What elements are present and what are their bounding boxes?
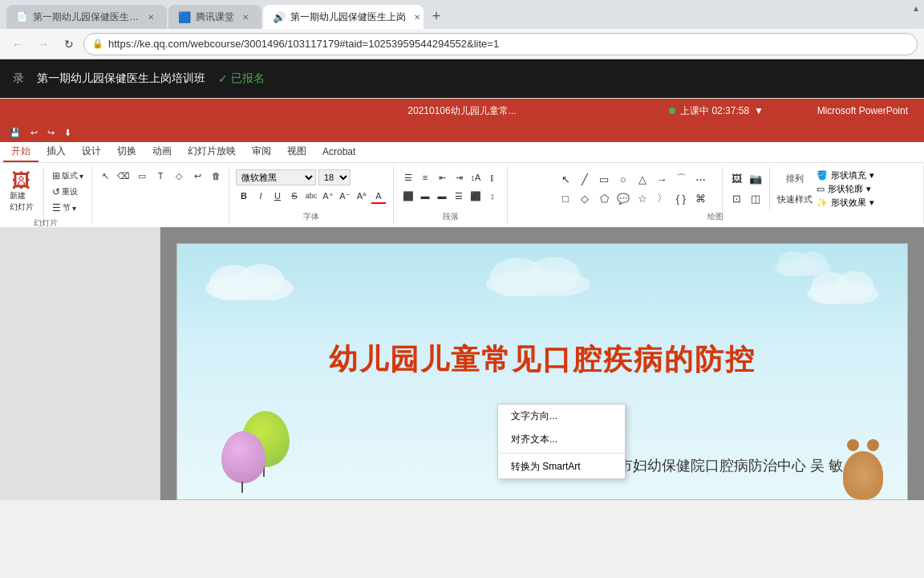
browser-toolbar: ← → ↻ 🔒 https://ke.qq.com/webcourse/3001… [0,29,924,59]
draw-select-btn[interactable]: ↖ [557,170,574,188]
back-button[interactable]: ← [6,33,29,55]
tab-insert[interactable]: 插入 [38,142,74,162]
tab-switch[interactable]: 切换 [109,142,144,162]
increase-indent-btn[interactable]: ⇥ [451,169,467,185]
decrease-indent-btn[interactable]: ⇤ [434,169,450,185]
quick-style-row: 快速样式 [775,190,815,208]
undo-edit-btn[interactable]: ↩ [189,168,205,184]
draw-more-btn[interactable]: ⋯ [691,170,709,188]
font-size-select[interactable]: 18 [318,169,351,185]
align-justify-btn[interactable]: ☰ [451,188,467,204]
insert-image-btn[interactable]: 🖼 [727,170,745,188]
layout-btn[interactable]: ⊞ 版式 ▾ [49,169,87,183]
tab-design[interactable]: 设计 [74,142,109,162]
menu-align-text[interactable]: 对齐文本... [498,428,625,451]
qa-save-btn[interactable]: 💾 [6,126,24,140]
address-bar[interactable]: 🔒 https://ke.qq.com/webcourse/3001496/10… [83,33,918,55]
back-link[interactable]: 录 [13,71,24,86]
font-subscript-btn[interactable]: A⁻ [337,188,353,204]
draw-chevron-btn[interactable]: 〉 [653,189,671,207]
draw-square-btn[interactable]: □ [557,189,574,207]
reload-button[interactable]: ↻ [58,33,80,55]
align-text-label: 对齐文本... [511,433,557,446]
draw-circle-btn[interactable]: ○ [614,170,632,188]
ribbon-content: 🖼 新建幻灯片 ⊞ 版式 ▾ ↺ 重设 ☰ [0,163,924,227]
shadow-btn[interactable]: ◫ [747,190,764,208]
italic-btn[interactable]: I [253,188,269,204]
url-text: https://ke.qq.com/webcourse/3001496/1031… [108,38,499,50]
arrange-btn[interactable]: 排列 [775,169,815,187]
tab-2-close[interactable]: ✕ [239,10,252,23]
draw-rect-btn[interactable]: ▭ [595,170,613,188]
tab-animate[interactable]: 动画 [144,142,180,162]
underline-btn[interactable]: U [270,188,286,204]
shape-outline-row[interactable]: ▭ 形状轮廓 ▾ [817,183,874,195]
reset-btn[interactable]: ↺ 重设 [49,185,87,199]
slide-container[interactable]: 幼儿园儿童常见口腔疾病的防控 深圳市妇幼保健院口腔病防治中心 吴 敏 [160,227,924,500]
font-size-large-btn[interactable]: Aᴬ [354,188,370,204]
columns-btn[interactable]: ⫿ [484,169,500,185]
draw-diamond-btn[interactable]: ◇ [576,189,594,207]
shape-effect-row[interactable]: ✨ 形状效果 ▾ [817,197,874,209]
line-spacing-btn[interactable]: ↕ [484,188,500,204]
tab-slideshow[interactable]: 幻灯片放映 [180,142,244,162]
live-indicator[interactable]: 上课中 02:37:58 ▼ [669,104,764,118]
draw-bracket-btn[interactable]: { } [672,189,690,207]
tab-start[interactable]: 开始 [3,142,38,162]
shape-btn[interactable]: ▭ [134,168,150,184]
draw-callout-btn[interactable]: 💬 [614,189,632,207]
forward-button[interactable]: → [32,33,55,55]
text-btn[interactable]: T [152,168,168,184]
tab-2-label: 腾讯课堂 [196,10,234,24]
tab-view[interactable]: 视图 [279,142,314,162]
tab-review[interactable]: 审阅 [244,142,279,162]
tab-1[interactable]: 📄 第一期幼儿园保健医生上岗培训班... ✕ [6,5,167,29]
draw-arrow-btn[interactable]: → [653,170,671,188]
font-group-label: 字体 [303,210,319,222]
align-left-btn[interactable]: ⬛ [400,188,416,204]
delete-btn[interactable]: 🗑 [208,168,224,184]
draw-pentagon-btn[interactable]: ⬠ [595,189,613,207]
abc-btn[interactable]: abc [303,188,319,204]
ribbon-collapse-btn[interactable]: ▲ [908,0,924,16]
font-name-select[interactable]: 微软雅黑 [236,169,316,185]
quick-style-btn[interactable]: 快速样式 [775,190,815,208]
insert-online-image-btn[interactable]: 📷 [747,170,764,188]
menu-text-direction[interactable]: 文字方向... [498,405,625,428]
draw-line-btn[interactable]: ╱ [576,170,594,188]
tab-3[interactable]: 🔊 第一期幼儿园保健医生上岗 ✕ [263,5,424,29]
tab-3-close[interactable]: ✕ [411,10,424,23]
strikethrough-btn[interactable]: S [286,188,302,204]
group-btn[interactable]: ⊡ [727,190,745,208]
eraser-btn[interactable]: ⌫ [116,168,132,184]
align-v-btn[interactable]: ⬛ [468,188,484,204]
shape-fill-row[interactable]: 🪣 形状填充 ▾ [817,169,874,181]
draw-misc-btn[interactable]: ⌘ [691,189,709,207]
draw-star-btn[interactable]: ☆ [634,189,651,207]
draw-triangle-btn[interactable]: △ [634,170,651,188]
align-center-btn[interactable]: ▬ [417,188,433,204]
tab-acrobat[interactable]: Acrobat [314,142,363,162]
menu-convert-smartart[interactable]: 转换为 SmartArt [498,455,625,478]
new-slide-btn[interactable]: 🖼 新建幻灯片 [5,168,38,216]
new-tab-button[interactable]: + [425,5,448,27]
select-tool-btn[interactable]: ↖ [97,168,113,184]
powerpoint-window: 20210106幼儿园儿童常... 上课中 02:37:58 ▼ Microso… [0,98,924,227]
bold-btn[interactable]: B [236,188,252,204]
align-right-btn[interactable]: ▬ [434,188,450,204]
section-btn[interactable]: ☰ 节 ▾ [49,201,87,215]
shape-effect-icon: ✨ [817,197,828,208]
qa-redo-btn[interactable]: ↪ [44,126,58,140]
qa-more-btn[interactable]: ⬇ [61,126,75,140]
tab-1-close[interactable]: ✕ [144,10,157,23]
draw-curve-btn[interactable]: ⌒ [672,170,690,188]
number-list-btn[interactable]: ≡ [417,169,433,185]
live-label: 上课中 02:37:58 [680,104,749,118]
qa-undo-btn[interactable]: ↩ [27,126,41,140]
pentagon-btn[interactable]: ◇ [171,168,187,184]
bullet-list-btn[interactable]: ☰ [400,169,416,185]
font-color-btn[interactable]: A [371,188,387,204]
font-superscript-btn[interactable]: A⁺ [320,188,336,204]
tab-2[interactable]: 🟦 腾讯课堂 ✕ [168,5,261,29]
text-direction-btn[interactable]: ↕A [468,169,484,185]
